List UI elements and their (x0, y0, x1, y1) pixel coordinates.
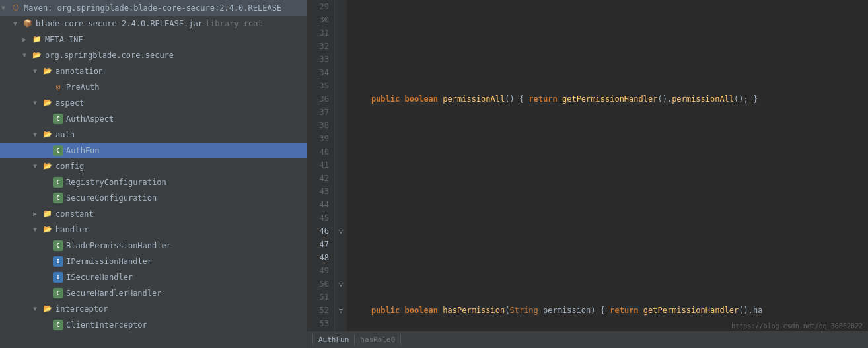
file-tree[interactable]: ▼ ⬡ Maven: org.springblade:blade-core-se… (0, 0, 307, 348)
package-icon: 📂 (32, 50, 42, 61)
aspect-arrow: ▼ (33, 96, 42, 110)
bottom-tab-bar[interactable]: AuthFun hasRole0 (307, 331, 868, 348)
code-editor[interactable]: 29 30 31 32 33 34 35 36 37 38 39 40 41 4… (307, 0, 868, 348)
authaspect-label: AuthAspect (66, 112, 114, 125)
root-label: Maven: org.springblade:blade-core-secure… (24, 1, 281, 15)
annotation-arrow: ▼ (33, 65, 42, 78)
tree-item-handler[interactable]: ▼ 📂 handler (0, 222, 307, 238)
code-line-30: public boolean permissionAll() { return … (352, 92, 868, 106)
line-num-29: 29 (310, 0, 329, 13)
code-line-34: public boolean hasPermission(String perm… (352, 304, 868, 317)
interceptor-folder-icon: 📂 (42, 304, 53, 314)
handler-label: handler (55, 223, 89, 236)
registry-class-icon: C (53, 177, 63, 188)
maven-icon: ⬡ (11, 3, 21, 13)
constant-label: constant (55, 207, 94, 221)
blade-handler-label: BladePermissionHandler (66, 239, 171, 252)
tree-item-ipermission[interactable]: I IPermissionHandler (0, 254, 307, 269)
blade-handler-class-icon: C (53, 240, 63, 251)
jar-icon: 📦 (22, 18, 33, 29)
securehandler-class-icon: C (53, 288, 63, 298)
tab-authfun[interactable]: AuthFun (312, 334, 355, 345)
package-label: org.springblade.core.secure (45, 49, 174, 62)
config-label: config (55, 160, 84, 173)
handler-arrow: ▼ (33, 223, 42, 236)
package-arrow: ▼ (22, 49, 32, 62)
tree-item-aspect[interactable]: ▼ 📂 aspect (0, 95, 307, 111)
secure-config-label: SecureConfiguration (66, 191, 157, 205)
aspect-folder-icon: 📂 (42, 98, 53, 108)
tree-item-interceptor[interactable]: ▼ 📂 interceptor (0, 301, 307, 317)
gutter-30 (335, 13, 347, 26)
code-line-29 (352, 40, 868, 53)
jar-secondary: library root (205, 17, 263, 30)
config-folder-icon: 📂 (42, 161, 53, 172)
aspect-label: aspect (55, 96, 84, 110)
interceptor-arrow: ▼ (33, 302, 42, 316)
tree-item-constant[interactable]: ▶ 📁 constant (0, 206, 307, 222)
gutter-47 (335, 238, 347, 251)
clientinterceptor-label: ClientInterceptor (66, 318, 147, 331)
gutter-35 (335, 79, 347, 92)
gutter-29 (335, 0, 347, 13)
gutter-49 (335, 264, 347, 277)
tree-item-authfun[interactable]: C AuthFun (0, 143, 307, 158)
gutter-45 (335, 211, 347, 225)
clientinterceptor-class-icon: C (53, 320, 63, 330)
tree-item-blade-handler[interactable]: C BladePermissionHandler (0, 238, 307, 254)
jar-arrow: ▼ (13, 17, 22, 30)
tree-item-securehandler[interactable]: C SecureHandlerHandler (0, 285, 307, 301)
authfun-class-icon: C (53, 145, 63, 156)
tree-item-meta-inf[interactable]: ▶ 📁 META-INF (0, 32, 307, 48)
code-content: public boolean permissionAll() { return … (347, 0, 868, 348)
securehandler-label: SecureHandlerHandler (66, 287, 162, 300)
line-num-40: 40 (310, 145, 329, 158)
folder-icon: 📁 (32, 34, 42, 45)
line-num-47: 47 (310, 238, 329, 251)
tree-item-clientinterceptor[interactable]: C ClientInterceptor (0, 317, 307, 333)
tree-item-package[interactable]: ▼ 📂 org.springblade.core.secure (0, 48, 307, 63)
code-area: 29 30 31 32 33 34 35 36 37 38 39 40 41 4… (307, 0, 868, 348)
line-num-48: 48 (310, 251, 329, 264)
gutter-36 (335, 92, 347, 106)
preauth-label: PreAuth (66, 81, 100, 94)
tree-item-annotation[interactable]: ▼ 📂 annotation (0, 63, 307, 79)
constant-folder-icon: 📁 (42, 209, 53, 219)
constant-arrow: ▶ (33, 207, 42, 221)
meta-inf-arrow: ▶ (22, 33, 32, 46)
auth-arrow: ▼ (33, 128, 42, 141)
line-num-42: 42 (310, 172, 329, 185)
tree-item-preauth[interactable]: @ PreAuth (0, 79, 307, 95)
tree-item-config[interactable]: ▼ 📂 config (0, 158, 307, 174)
tab-hasrole[interactable]: hasRole0 (355, 334, 401, 345)
gutter-50: ▽ (335, 277, 347, 291)
gutter: ▽ ▽ ▽ ▽ (335, 0, 347, 348)
gutter-43 (335, 185, 347, 198)
gutter-44 (335, 198, 347, 211)
jar-item[interactable]: ▼ 📦 blade-core-secure-2.4.0.RELEASE.jar … (0, 16, 307, 32)
line-num-33: 33 (310, 53, 329, 66)
jar-label: blade-core-secure-2.4.0.RELEASE.jar (36, 17, 203, 30)
gutter-32 (335, 40, 347, 53)
line-num-32: 32 (310, 40, 329, 53)
line-num-52: 52 (310, 304, 329, 317)
gutter-34 (335, 66, 347, 79)
annotation-icon: @ (53, 82, 63, 92)
tree-item-auth[interactable]: ▼ 📂 auth (0, 127, 307, 143)
tree-item-authaspect[interactable]: C AuthAspect (0, 111, 307, 127)
line-num-49: 49 (310, 264, 329, 277)
annotation-folder-icon: 📂 (42, 66, 53, 77)
tree-item-registry[interactable]: C RegistryConfiguration (0, 174, 307, 190)
tree-item-secure-config[interactable]: C SecureConfiguration (0, 190, 307, 206)
auth-folder-icon: 📂 (42, 129, 53, 140)
code-line-31 (352, 145, 868, 158)
interceptor-label: interceptor (55, 302, 108, 316)
line-num-41: 41 (310, 158, 329, 172)
gutter-39 (335, 132, 347, 145)
meta-inf-label: META-INF (45, 33, 83, 46)
tree-item-isecure[interactable]: I ISecureHandler (0, 269, 307, 285)
gutter-48 (335, 251, 347, 264)
maven-root[interactable]: ▼ ⬡ Maven: org.springblade:blade-core-se… (0, 0, 307, 16)
gutter-46: ▽ (335, 225, 347, 238)
line-num-53: 53 (310, 317, 329, 330)
